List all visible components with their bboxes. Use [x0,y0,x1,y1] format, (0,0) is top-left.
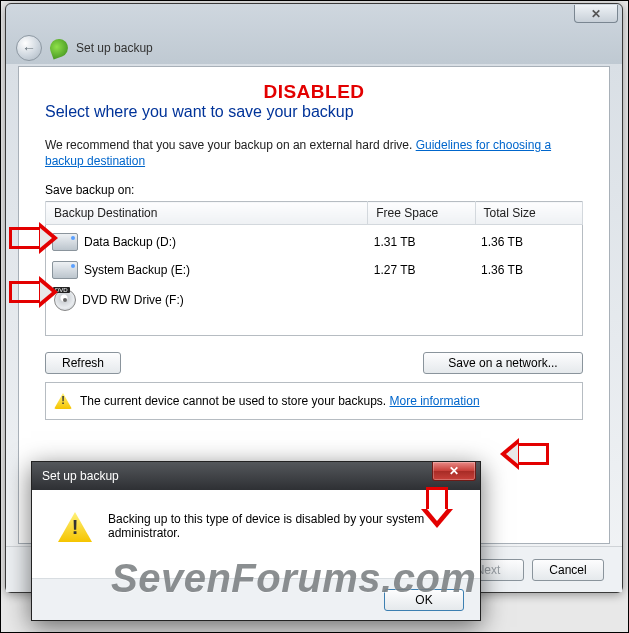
disabled-annotation: DISABLED [45,81,583,103]
dialog-footer: OK [32,578,480,620]
breadcrumb-bar: ← Set up backup [6,34,622,62]
recommend-paragraph: We recommend that you save your backup o… [45,137,583,169]
col-destination[interactable]: Backup Destination [46,202,368,225]
dialog-close-button[interactable]: ✕ [432,462,476,481]
annotation-arrow-down [426,487,448,509]
warning-icon [58,512,92,542]
dest-total [475,285,582,315]
annotation-arrow-row1 [9,227,39,249]
close-icon: ✕ [449,464,459,478]
table-row[interactable]: Data Backup (D:) 1.31 TB 1.36 TB [46,225,583,256]
action-button-row: Refresh Save on a network... [45,352,583,374]
warning-text: The current device cannot be used to sto… [80,394,480,408]
destination-table: Backup Destination Free Space Total Size… [45,201,583,336]
back-button[interactable]: ← [16,35,42,61]
cancel-button[interactable]: Cancel [532,559,604,581]
warning-band: The current device cannot be used to sto… [45,382,583,420]
page-heading: Select where you want to save your backu… [45,103,583,121]
table-row[interactable]: DVDDVD RW Drive (F:) [46,285,583,315]
more-information-link[interactable]: More information [390,394,480,408]
dest-total: 1.36 TB [475,225,582,256]
recommend-text: We recommend that you save your backup o… [45,138,416,152]
dest-name: DVD RW Drive (F:) [82,293,184,307]
dialog-title: Set up backup [42,469,119,483]
dest-total: 1.36 TB [475,255,582,285]
dest-name: System Backup (E:) [84,263,190,277]
warning-icon [54,393,72,409]
close-icon: ✕ [591,7,601,21]
breadcrumb-text: Set up backup [76,41,153,55]
col-free-space[interactable]: Free Space [368,202,475,225]
dialog-body: Backing up to this type of device is dis… [32,490,480,548]
dialog-message: Backing up to this type of device is dis… [108,512,458,542]
annotation-arrow-row2 [9,281,39,303]
window-titlebar: ✕ [6,4,622,34]
dest-free [368,285,475,315]
annotation-arrow-moreinfo [519,443,549,465]
save-on-label: Save backup on: [45,183,583,197]
arrow-left-icon: ← [22,40,36,56]
refresh-button[interactable]: Refresh [45,352,121,374]
dest-free: 1.31 TB [368,225,475,256]
dialog-titlebar: Set up backup ✕ [32,462,480,490]
backup-globe-icon [50,39,68,57]
window-close-button[interactable]: ✕ [574,5,618,23]
error-dialog: Set up backup ✕ Backing up to this type … [31,461,481,621]
ok-button[interactable]: OK [384,589,464,611]
dest-name: Data Backup (D:) [84,235,176,249]
save-network-button[interactable]: Save on a network... [423,352,583,374]
col-total-size[interactable]: Total Size [475,202,582,225]
table-row[interactable]: System Backup (E:) 1.27 TB 1.36 TB [46,255,583,285]
dest-free: 1.27 TB [368,255,475,285]
